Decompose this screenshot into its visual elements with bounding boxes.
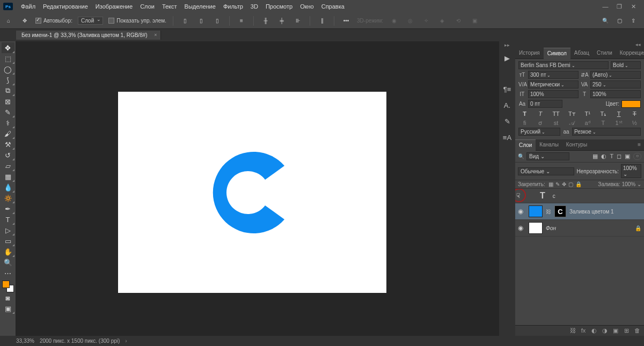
edit-toolbar[interactable]: ⋯ <box>2 268 14 278</box>
vscale-field[interactable]: 100% <box>528 90 579 98</box>
panel-tab-layers[interactable]: Слои <box>515 139 536 151</box>
italic-btn[interactable]: T <box>534 111 546 117</box>
lock-pixels-icon[interactable]: ✎ <box>555 181 560 187</box>
quick-mask-icon[interactable]: ◙ <box>2 292 14 303</box>
share-icon[interactable]: ⇪ <box>628 16 639 26</box>
filter-adjust-icon[interactable]: ◐ <box>601 153 606 160</box>
collapse-strip-icon[interactable]: ▸▸ <box>504 42 510 48</box>
panel-tab-history[interactable]: История <box>515 48 544 58</box>
language-dropdown[interactable]: Русский <box>518 128 560 136</box>
half-btn[interactable]: ½ <box>628 120 641 127</box>
filter-smart-icon[interactable]: ▣ <box>625 153 630 160</box>
delete-layer-icon[interactable]: 🗑 <box>633 327 641 334</box>
search-icon[interactable]: 🔍 <box>600 16 611 26</box>
distribute-vc-icon[interactable]: ⊪ <box>292 16 303 26</box>
doc-info-caret[interactable]: › <box>125 338 127 344</box>
panel-tab-paragraph[interactable]: Абзац <box>570 48 593 58</box>
maximize-icon[interactable]: ❐ <box>614 3 625 10</box>
fill-field[interactable]: 100% ⌄ <box>622 181 641 187</box>
play-icon[interactable]: ▶ <box>501 52 513 64</box>
align-center-icon[interactable]: ▯ <box>196 16 207 26</box>
panel-menu-icon[interactable]: ≡ <box>634 139 644 150</box>
contextual-btn[interactable]: ơ <box>534 120 546 127</box>
new-layer-icon[interactable]: ⊞ <box>623 327 630 334</box>
hand-tool[interactable]: ✋ <box>2 246 14 257</box>
eraser-tool[interactable]: ▱ <box>2 160 14 171</box>
menu-image[interactable]: Изображение <box>92 3 136 10</box>
ligatures-btn[interactable]: fi <box>518 120 531 127</box>
doc-info[interactable]: 2000 пикс. x 1500 пикс. (300 ppi) <box>40 338 120 344</box>
distribute-space-icon[interactable]: ‖ <box>317 16 327 26</box>
titling-btn[interactable]: 𝒜 <box>566 120 578 127</box>
paragraph-styles-icon[interactable]: ¶≡ <box>501 83 513 95</box>
visibility-toggle[interactable]: ◉ <box>518 208 525 215</box>
frame-tool[interactable]: ⊠ <box>2 96 14 107</box>
healing-tool[interactable]: ⚕ <box>2 117 14 128</box>
strikethrough-btn[interactable]: T <box>628 111 641 117</box>
fractions-btn[interactable]: 1ˢᵗ <box>613 120 625 127</box>
layer-thumb[interactable] <box>529 205 543 217</box>
visibility-toggle[interactable]: ◉ <box>518 224 525 232</box>
document-tab[interactable]: Без имени-1 @ 33,3% (Заливка цветом 1, R… <box>16 31 161 40</box>
panel-tab-adjustments[interactable]: Коррекция <box>616 48 644 58</box>
close-icon[interactable]: ✕ <box>628 3 639 10</box>
opacity-field[interactable]: 100% ⌄ <box>621 164 641 178</box>
font-size-field[interactable]: 300 пт <box>528 71 579 79</box>
link-layers-icon[interactable]: ⛓ <box>569 327 576 334</box>
menu-select[interactable]: Выделение <box>181 3 219 10</box>
add-mask-icon[interactable]: ◐ <box>590 327 598 334</box>
filter-type-icon[interactable]: T <box>610 153 613 160</box>
ordinals-btn[interactable]: aᵈ <box>581 120 594 127</box>
shape-tool[interactable]: ▭ <box>2 235 14 246</box>
menu-edit[interactable]: Редактирование <box>39 3 92 10</box>
stylistic-btn[interactable]: T <box>597 120 609 127</box>
eyedropper-tool[interactable]: ✎ <box>2 107 14 117</box>
layer-thumb[interactable] <box>529 222 543 234</box>
zoom-tool[interactable]: 🔍 <box>2 257 14 268</box>
align-top-icon[interactable]: ≡ <box>236 16 247 26</box>
menu-help[interactable]: Справка <box>318 3 348 10</box>
glyphs-icon[interactable]: A. <box>501 99 513 111</box>
menu-window[interactable]: Окно <box>296 3 318 10</box>
lasso-tool[interactable]: ◯ <box>2 64 14 75</box>
menu-filter[interactable]: Фильтр <box>219 3 247 10</box>
underline-btn[interactable]: T <box>613 111 625 117</box>
new-group-icon[interactable]: ▣ <box>612 327 619 334</box>
move-tool-icon[interactable]: ✥ <box>19 16 30 26</box>
kerning-field[interactable]: Метрически <box>528 80 579 89</box>
layer-fx-icon[interactable]: fx <box>580 327 587 334</box>
font-family-dropdown[interactable]: Berlin Sans FB Demi <box>518 61 609 69</box>
brushes-icon[interactable]: ✎ <box>501 115 513 127</box>
subscript-btn[interactable]: T₁ <box>597 111 609 117</box>
workspace-icon[interactable]: ▢ <box>614 16 625 26</box>
layer-row-fill[interactable]: ◉ ⛓ C Заливка цветом 1 <box>515 203 644 220</box>
antialias-dropdown[interactable]: Резкое <box>572 128 641 136</box>
menu-type[interactable]: Текст <box>158 3 181 10</box>
align-right-icon[interactable]: ▯ <box>212 16 223 26</box>
screen-mode-icon[interactable]: ▣ <box>2 303 14 314</box>
layer-name[interactable]: Заливка цветом 1 <box>569 209 614 215</box>
align-left-icon[interactable]: ▯ <box>180 16 191 26</box>
gradient-tool[interactable]: ▦ <box>2 171 14 182</box>
type-tool[interactable]: T <box>2 214 14 225</box>
baseline-field[interactable]: 0 пт <box>528 100 562 108</box>
home-icon[interactable]: ⌂ <box>3 16 14 26</box>
bold-btn[interactable]: T <box>518 111 531 117</box>
text-color-swatch[interactable] <box>621 100 641 108</box>
kind-filter-dropdown[interactable]: Вид ⌄ <box>526 152 569 160</box>
menu-layer[interactable]: Слои <box>136 3 158 10</box>
distribute-v-icon[interactable]: ╪ <box>276 16 287 26</box>
lock-position-icon[interactable]: ✥ <box>562 181 566 187</box>
character-styles-icon[interactable]: ≡A <box>501 131 513 143</box>
show-controls-checkbox[interactable] <box>108 18 114 24</box>
auto-select-dropdown[interactable]: Слой <box>78 17 103 25</box>
lock-transparent-icon[interactable]: ▦ <box>548 181 553 187</box>
filter-shape-icon[interactable]: ◻ <box>617 153 621 160</box>
layer-name[interactable]: Фон <box>546 225 556 231</box>
filter-toggle[interactable]: ○ <box>633 153 641 160</box>
layer-row-bg[interactable]: ◉ Фон 🔒 <box>515 220 644 237</box>
menu-file[interactable]: Файл <box>17 3 39 10</box>
allcaps-btn[interactable]: TT <box>550 111 562 117</box>
more-icon[interactable]: ••• <box>341 16 352 26</box>
superscript-btn[interactable]: T¹ <box>581 111 594 117</box>
